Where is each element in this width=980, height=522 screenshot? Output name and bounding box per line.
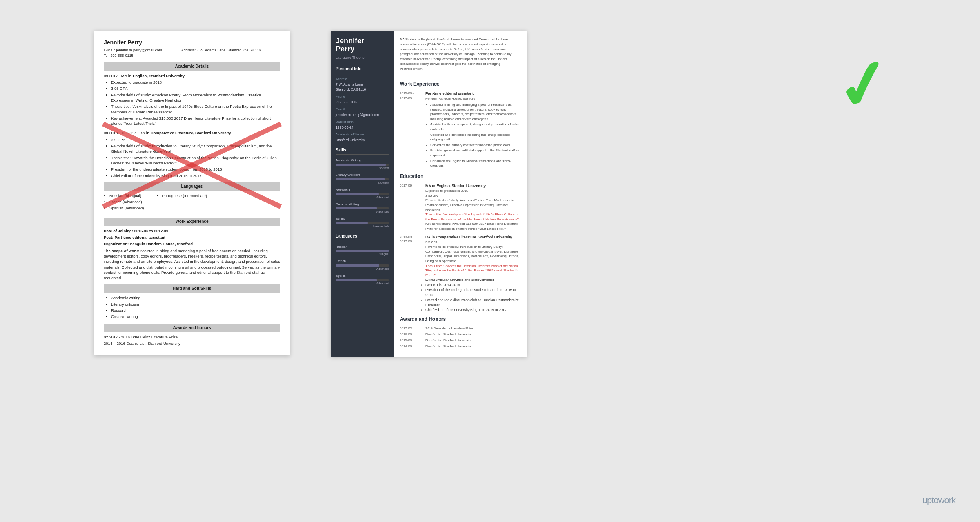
edu-gpa-r-1: 3.9 GPA: [425, 240, 521, 245]
edu-dates-r-0: 2017-09: [400, 183, 422, 231]
edu2-b4: President of the undergraduate student b…: [111, 167, 280, 172]
lang-item-2: Spanish Advanced: [336, 273, 389, 286]
edu-entry-2: 08.2013 – 06.2017 - BA in Comparative Li…: [104, 130, 280, 178]
right-resume: Jennifer Perry Literature Theorist Perso…: [331, 31, 527, 357]
edu-row-r-0: 2017-09 MA in English, Stanford Universi…: [400, 183, 521, 231]
edu-thesis-r-1: Thesis title: "Towards the Derridian Dec…: [425, 264, 521, 278]
address-label: Address:: [181, 48, 196, 52]
skill-bar-0: [336, 164, 389, 166]
edu2-dates-degree: 08.2013 – 06.2017 - BA in Comparative Li…: [104, 130, 280, 135]
job-bullets-0: Assisted in hiring and managing a pool o…: [430, 102, 521, 168]
edu1-b2: 3.95 GPA: [111, 86, 280, 91]
edu1-b1: Expected to graduate in 2018: [111, 80, 280, 85]
main-content: MA Student in English at Stanford Univer…: [394, 31, 527, 357]
edu-details-r-0: MA in English, Stanford University Expec…: [425, 183, 521, 231]
skill-item-4: Editing Intermediate: [336, 216, 389, 229]
job-company-0: Penguin Random House, Stanford: [425, 96, 521, 101]
sidebar-name: Jennifer Perry: [336, 37, 389, 53]
job-b0-2: Collected and distributed incoming mail …: [430, 133, 521, 142]
edu-text1-r-0: Favorite fields of study: American Poetr…: [425, 198, 521, 212]
lang-bar-2: [336, 279, 389, 281]
lang-bar-1: [336, 264, 389, 267]
skills-section-title-r: Skills: [336, 147, 389, 155]
work-section-header: Work Experience: [104, 218, 280, 226]
edu2-b1: 3.9 GPA: [111, 137, 280, 142]
job-b0-4: Provided general and editorial support t…: [430, 148, 521, 158]
tel-label: Tel:: [104, 53, 109, 58]
award-text-2: Dean's List, Stanford University: [425, 338, 471, 343]
edu-entry-r-0: 2017-09 MA in English, Stanford Universi…: [400, 183, 521, 231]
edu-row-r-1: 2013-08 2017-06 BA in Comparative Litera…: [400, 235, 521, 313]
email-value: jennifer.m.perry@gmail.com: [116, 48, 162, 52]
languages-section-header: Languages: [104, 182, 280, 191]
lang3: Spanish (advanced): [109, 205, 144, 211]
job-b0-1: Assisted in the development, design, and…: [430, 122, 521, 131]
summary: MA Student in English at Stanford Univer…: [400, 37, 521, 76]
lang4: Portuguese (Intermediate): [162, 193, 207, 198]
awards-section-r: 2017-02 2016 Drue Heinz Literature Prize…: [400, 326, 521, 349]
extra0: Dean's List 2014-2016: [425, 282, 521, 287]
skill-bar-3: [336, 207, 389, 209]
awards-title-r: Awards and Honors: [400, 316, 521, 323]
award2: 2014 – 2016 Dean's List, Stanford Univer…: [104, 341, 280, 346]
edu1-b4: Thesis title: "An Analysis of the Impact…: [111, 104, 280, 115]
award-row-2: 2015-06 Dean's List, Stanford University: [400, 338, 521, 343]
languages-col1: Russian (bilingual) French (advanced) Sp…: [109, 193, 144, 212]
dob-label-r: Date of birth: [336, 120, 389, 124]
edu1-dates-degree: 09.2017 - MA in English, Stanford Univer…: [104, 73, 280, 78]
award-date-3: 2014-06: [400, 344, 422, 349]
award-date-0: 2017-02: [400, 326, 422, 331]
job-entry-0: 2015-06 - 2017-09 Part-time editorial as…: [400, 91, 521, 169]
skill-item-0: Academic Writing Excellent: [336, 158, 389, 170]
skill-item-3: Creative Writing Advanced: [336, 202, 389, 214]
job-details-0: Part-time editorial assistant Penguin Ra…: [425, 91, 521, 169]
edu-dates-r-1: 2013-08 2017-06: [400, 235, 422, 313]
awards-section-header: Awards and honors: [104, 324, 280, 332]
lang-item-1: French Advanced: [336, 259, 389, 271]
left-email-line: E-Mail: jennifer.m.perry@gmail.com Addre…: [104, 48, 280, 53]
edu-thesis-r-0: Thesis title: "An Analysis of the Impact…: [425, 212, 521, 222]
award-date-1: 2016-06: [400, 332, 422, 337]
skill-bar-4: [336, 222, 389, 224]
phone-val-r: 202-555-0115: [336, 100, 389, 104]
job-row-0: 2015-06 - 2017-09 Part-time editorial as…: [400, 91, 521, 169]
address-value: 7 W. Adams Lane, Stanford, CA, 94116: [197, 48, 261, 52]
award-text-3: Dean's List, Stanford University: [425, 344, 471, 349]
languages-section-title-r: Languages: [336, 233, 389, 241]
edu1-bullets: Expected to graduate in 2018 3.95 GPA Fa…: [111, 80, 280, 126]
resume-sidebar: Jennifer Perry Literature Theorist Perso…: [331, 31, 394, 357]
affiliation-label-r: Academic Affiliation: [336, 132, 389, 137]
upwork-text: uptowork: [922, 495, 956, 505]
lang2: French (advanced): [109, 199, 144, 204]
work-org: Organization: Penguin Random House, Stan…: [104, 241, 280, 247]
languages-section: Russian (bilingual) French (advanced) Sp…: [104, 193, 280, 213]
edu-details-r-1: BA in Comparative Literature, Stanford U…: [425, 235, 521, 313]
lang-bar-0: [336, 250, 389, 252]
sidebar-title: Literature Theorist: [336, 55, 389, 60]
skill-item-1: Literary Criticism Excellent: [336, 173, 389, 185]
address-val1-r: 7 W. Adams Lane: [336, 82, 389, 87]
edu2-b3: Thesis title: "Towards the Derridian Dec…: [111, 155, 280, 166]
upwork-logo: uptowork: [922, 495, 956, 506]
extra2: Started and ran a discussion club on Rus…: [425, 298, 521, 308]
edu1-b3: Favorite fields of study: American Poetr…: [111, 92, 280, 103]
extra3: Chief Editor of the University Blog from…: [425, 307, 521, 312]
edu-extra-label-r-1: Extracurricular activities and achieveme…: [425, 278, 521, 282]
address-val2-r: Stanford, CA 94116: [336, 87, 389, 92]
email-label-r: E-mail: [336, 107, 389, 112]
edu-deg-r-1: BA in Comparative Literature, Stanford U…: [425, 235, 521, 240]
edu-deg-r-0: MA in English, Stanford University: [425, 183, 521, 189]
award-date-2: 2015-06: [400, 338, 422, 343]
edu2-b5: Chief Editor of the University Blog from…: [111, 173, 280, 178]
email-val-r: jennifer.m.perry@gmail.com: [336, 112, 389, 117]
phone-label-r: Phone: [336, 94, 389, 99]
job-title-0: Part-time editorial assistant: [425, 91, 521, 96]
job-b0-5: Consulted on English to Russian translat…: [430, 159, 521, 168]
edu-entry-r-1: 2013-08 2017-06 BA in Comparative Litera…: [400, 235, 521, 313]
edu-achievement-r-0: Key achievement: Awarded $15,000 2017 Dr…: [425, 222, 521, 231]
academic-section-header: Academic Details: [104, 62, 280, 71]
edu2-b2: Favorite fields of study: Introduction t…: [111, 143, 280, 154]
edu1-b5: Key achievement: Awarded $15,000 2017 Dr…: [111, 116, 280, 127]
work-scope: The scope of work: Assisted in hiring an…: [104, 248, 280, 281]
lang1: Russian (bilingual): [109, 193, 144, 198]
